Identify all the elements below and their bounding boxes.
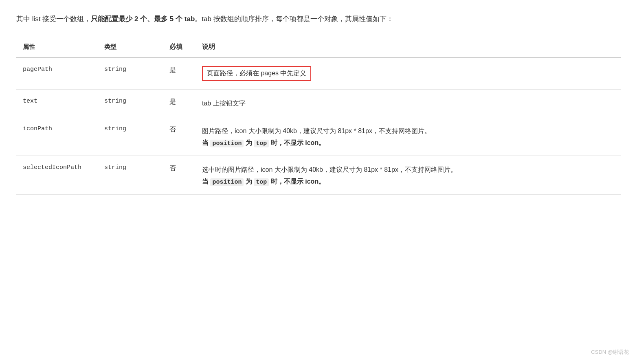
desc-bold-note: 当 position 为 top 时，不显示 icon。 (202, 178, 614, 186)
cell-desc: 页面路径，必须在 pages 中先定义 (195, 57, 621, 90)
desc-text: tab 上按钮文字 (202, 98, 614, 109)
cell-desc: 选中时的图片路径，icon 大小限制为 40kb，建议尺寸为 81px * 81… (195, 156, 621, 194)
table-header-row: 属性 类型 必填 说明 (16, 38, 621, 57)
desc-text: 图片路径，icon 大小限制为 40kb，建议尺寸为 81px * 81px，不… (202, 125, 614, 136)
cell-attr: text (16, 89, 98, 117)
cell-type: string (98, 57, 163, 90)
cell-type: string (98, 89, 163, 117)
col-header-attr: 属性 (16, 38, 98, 57)
col-header-required: 必填 (163, 38, 195, 57)
watermark: CSDN @谢语花 (591, 349, 629, 356)
col-header-type: 类型 (98, 38, 163, 57)
table-row: textstring是tab 上按钮文字 (16, 89, 621, 117)
table-row: pagePathstring是页面路径，必须在 pages 中先定义 (16, 57, 621, 90)
intro-text-after-bold: 。tab 按数组的顺序排序，每个项都是一个对象，其属性值如下： (195, 15, 393, 23)
table-row: selectedIconPathstring否选中时的图片路径，icon 大小限… (16, 156, 621, 194)
properties-table: 属性 类型 必填 说明 pagePathstring是页面路径，必须在 page… (16, 38, 621, 195)
table-row: iconPathstring否图片路径，icon 大小限制为 40kb，建议尺寸… (16, 117, 621, 156)
intro-text-before-bold: 其中 list 接受一个数组， (16, 15, 91, 23)
desc-text: 选中时的图片路径，icon 大小限制为 40kb，建议尺寸为 81px * 81… (202, 164, 614, 175)
cell-required: 否 (163, 117, 195, 156)
highlight-desc-box: 页面路径，必须在 pages 中先定义 (202, 66, 311, 81)
cell-type: string (98, 117, 163, 156)
cell-attr: selectedIconPath (16, 156, 98, 194)
col-header-desc: 说明 (195, 38, 621, 57)
cell-required: 否 (163, 156, 195, 194)
cell-attr: pagePath (16, 57, 98, 90)
cell-required: 是 (163, 57, 195, 90)
intro-text-bold: 只能配置最少 2 个、最多 5 个 tab (91, 15, 195, 23)
cell-desc: 图片路径，icon 大小限制为 40kb，建议尺寸为 81px * 81px，不… (195, 117, 621, 156)
desc-bold-note: 当 position 为 top 时，不显示 icon。 (202, 139, 614, 147)
cell-attr: iconPath (16, 117, 98, 156)
intro-paragraph: 其中 list 接受一个数组，只能配置最少 2 个、最多 5 个 tab。tab… (16, 13, 621, 26)
cell-desc: tab 上按钮文字 (195, 89, 621, 117)
cell-type: string (98, 156, 163, 194)
cell-required: 是 (163, 89, 195, 117)
